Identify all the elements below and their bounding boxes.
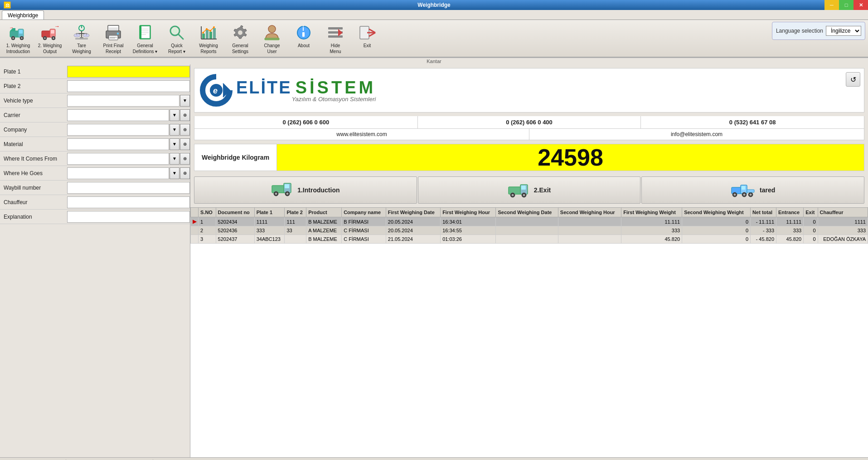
- close-button[interactable]: ✕: [853, 0, 868, 10]
- action-btn-exit[interactable]: 2.Exit: [418, 176, 641, 204]
- svg-rect-77: [285, 184, 289, 188]
- svg-point-81: [511, 194, 514, 196]
- explanation-input[interactable]: [67, 211, 190, 223]
- svg-rect-6: [19, 30, 23, 34]
- company-add-btn[interactable]: ⊕: [180, 124, 190, 136]
- svg-rect-48: [213, 28, 216, 39]
- material-label: Material: [0, 141, 67, 147]
- table-row[interactable]: 3520243734ABC123B MALZEMEC FİRMASI21.05.…: [191, 235, 868, 244]
- contact-phones: 0 (262) 606 0 600 0 (262) 606 0 400 0 (5…: [194, 116, 864, 129]
- company-label: Company: [0, 127, 67, 133]
- left-panel: Plate 1 Plate 2 Vehicle type ▼ Carrier ▼…: [0, 64, 190, 457]
- vehicle-type-label: Vehicle type: [0, 98, 67, 104]
- col-plate2: Plate 2: [285, 208, 306, 217]
- chauffeur-input[interactable]: [67, 196, 190, 208]
- where-goes-dropdown[interactable]: ▼: [170, 167, 179, 179]
- toolbar-btn-general-definitions[interactable]: GeneralDefinitions ▾: [130, 22, 160, 56]
- svg-rect-46: [206, 30, 209, 39]
- company-dropdown[interactable]: ▼: [170, 124, 179, 136]
- field-row-waybill: Waybill number: [0, 181, 190, 195]
- truck-green-in-icon: →: [9, 24, 27, 42]
- chauffeur-label: Chauffeur: [0, 199, 67, 206]
- email: info@elitesistem.com: [529, 129, 864, 140]
- toolbar-btn-print-receipt[interactable]: Print FinalReceipt: [98, 22, 129, 56]
- toolbar-btn-tare-weighing[interactable]: TareWeighing: [66, 22, 97, 56]
- where-comes-add-btn[interactable]: ⊕: [180, 153, 190, 165]
- plate2-label: Plate 2: [0, 83, 67, 89]
- gear-icon: [231, 24, 249, 42]
- vehicle-type-dropdown[interactable]: ▼: [180, 95, 190, 107]
- field-row-chauffeur: Chauffeur: [0, 195, 190, 210]
- explanation-label: Explanation: [0, 214, 67, 220]
- where-comes-input[interactable]: [67, 153, 169, 165]
- svg-marker-64: [338, 29, 343, 36]
- svg-point-90: [743, 193, 746, 196]
- col-nettotal: Net total: [751, 208, 776, 217]
- info-icon: i: [295, 24, 313, 42]
- language-select[interactable]: İngilizce: [826, 26, 861, 36]
- logo-arrow: e: [198, 72, 234, 108]
- toolbar-btn-weighing-intro[interactable]: → 1. WeighingIntroduction: [3, 22, 34, 56]
- material-dropdown[interactable]: ▼: [170, 138, 179, 150]
- waybill-input[interactable]: [67, 182, 190, 194]
- truck-intro-icon: [271, 180, 294, 200]
- table-area[interactable]: S.NO Document no Plate 1 Plate 2 Product…: [190, 207, 868, 457]
- toolbar-btn-quick-report[interactable]: QuickReport ▾: [161, 22, 192, 56]
- vehicle-type-input[interactable]: [67, 95, 179, 107]
- action-btn-tared[interactable]: tared: [641, 176, 864, 204]
- svg-point-74: [275, 193, 277, 195]
- exit-label: 2.Exit: [534, 186, 551, 194]
- waybill-label: Waybill number: [0, 185, 67, 191]
- col-swdate: Second Weighing Date: [496, 208, 558, 217]
- col-entrance: Entrance: [776, 208, 804, 217]
- material-input[interactable]: [67, 138, 169, 150]
- toolbar-btn-general-settings[interactable]: GeneralSettings: [225, 22, 256, 56]
- carrier-input[interactable]: [67, 109, 169, 121]
- maximize-button[interactable]: □: [839, 0, 853, 10]
- action-btn-introduction[interactable]: 1.Introduction: [194, 176, 417, 204]
- tab-bar: Weighbridge: [0, 10, 868, 20]
- table-row[interactable]: 2520243633333A MALZEMEC FİRMASI20.05.202…: [191, 226, 868, 235]
- svg-rect-25: [75, 38, 88, 39]
- toolbar-btn-about[interactable]: i About: [288, 22, 319, 54]
- svg-text:e: e: [213, 86, 218, 95]
- svg-text:→: →: [54, 24, 59, 29]
- carrier-add-btn[interactable]: ⊕: [180, 109, 190, 121]
- weighing-table: S.NO Document no Plate 1 Plate 2 Product…: [190, 207, 868, 244]
- svg-point-5: [21, 37, 23, 39]
- status-bar: Gaziantep Kantar Sanayi Operator Erdoğan…: [0, 457, 868, 460]
- field-row-plate2: Plate 2: [0, 79, 190, 93]
- toolbar-btn-change-user[interactable]: ChangeUser: [257, 22, 287, 56]
- col-plate1: Plate 1: [254, 208, 285, 217]
- carrier-dropdown[interactable]: ▼: [170, 109, 179, 121]
- weighbridge-tab[interactable]: Weighbridge: [2, 10, 44, 20]
- col-sno: S.NO: [199, 208, 216, 217]
- where-comes-dropdown[interactable]: ▼: [170, 153, 179, 165]
- company-input[interactable]: [67, 124, 169, 136]
- col-fwweight: First Weighing Weight: [621, 208, 682, 217]
- website: www.elitesistem.com: [194, 129, 529, 140]
- where-goes-input[interactable]: [67, 167, 169, 179]
- book-icon: [136, 24, 154, 42]
- minimize-button[interactable]: ─: [824, 0, 839, 10]
- main-content: Plate 1 Plate 2 Vehicle type ▼ Carrier ▼…: [0, 64, 868, 457]
- where-goes-add-btn[interactable]: ⊕: [180, 167, 190, 179]
- table-row[interactable]: ▶152024341111111B MALZEMEB FİRMASI20.05.…: [191, 217, 868, 226]
- toolbar-btn-exit[interactable]: Exit: [352, 22, 383, 54]
- col-product: Product: [306, 208, 342, 217]
- toolbar-btn-weighing-reports[interactable]: WeighingReports: [193, 22, 224, 56]
- toolbar-btn-weighing-output[interactable]: → 2. WeighingOutput: [34, 22, 65, 56]
- plate1-input[interactable]: [67, 66, 190, 78]
- material-add-btn[interactable]: ⊕: [180, 138, 190, 150]
- refresh-button[interactable]: ↺: [846, 72, 860, 87]
- plate1-label: Plate 1: [0, 69, 67, 75]
- truck-red-out-icon: →: [41, 24, 59, 42]
- field-row-material: Material ▼ ⊕: [0, 137, 190, 152]
- toolbar-btn-hide-menu[interactable]: HideMenu: [320, 22, 351, 56]
- plate2-input[interactable]: [67, 80, 190, 92]
- logo-sub-text: Yazılım & Otomasyon Sistemleri: [236, 96, 376, 103]
- svg-line-43: [179, 34, 183, 39]
- logo-text: ELİTE SİSTEM Yazılım & Otomasyon Sisteml…: [236, 78, 376, 103]
- svg-rect-36: [141, 26, 150, 38]
- col-company: Company name: [342, 208, 386, 217]
